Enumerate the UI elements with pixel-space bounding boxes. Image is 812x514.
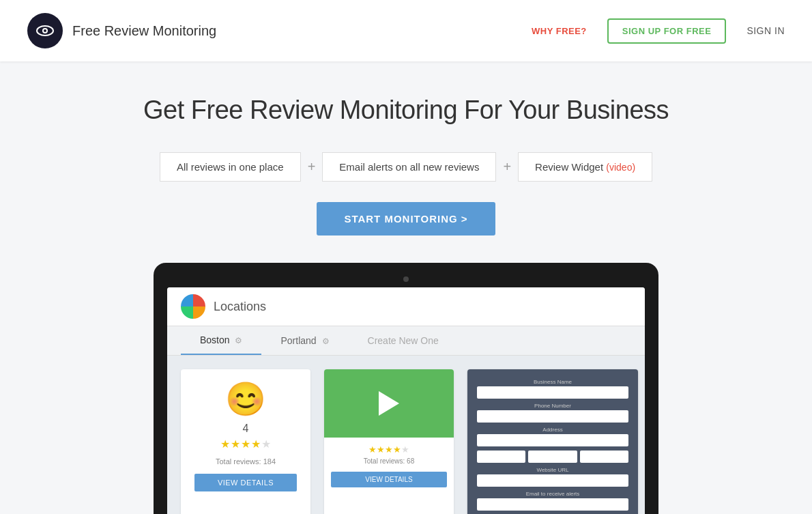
field-website[interactable] [477,474,628,487]
portland-card: ★★★★★ Total reviews: 68 VIEW DETAILS [324,369,454,514]
smiley-face-green: 😊 [225,383,266,416]
field-business-name[interactable] [477,386,628,399]
brand-name: Free Review Monitoring [72,23,216,39]
field-address[interactable] [477,434,628,446]
field-label-business: Business Name [477,379,628,385]
hero-section: Get Free Review Monitoring For Your Busi… [0,61,812,514]
boston-view-details[interactable]: VIEW DETAILS [194,474,297,491]
video-bottom: ★★★★★ Total reviews: 68 VIEW DETAILS [324,438,454,494]
start-monitoring-button[interactable]: START MONITORING > [317,202,495,235]
pill-all-reviews: All reviews in one place [160,152,301,182]
laptop-outer: Locations Boston ⚙ Portland ⚙ Create New… [154,263,658,514]
tab-portland[interactable]: Portland ⚙ [261,327,348,354]
tab-create-new[interactable]: Create New One [349,327,458,354]
gear-icon-boston: ⚙ [235,336,242,345]
hero-title: Get Free Review Monitoring For Your Busi… [14,96,798,125]
create-location-form: Business Name Phone Number Address Websi… [467,369,638,514]
nav-links: WHY FREE? SIGN UP FOR FREE SIGN IN [532,18,785,44]
field-label-website: Website URL [477,467,628,473]
field-label-address: Address [477,427,628,433]
boston-total: Total reviews: 184 [216,457,276,466]
why-free-link[interactable]: WHY FREE? [532,26,587,36]
brand: Free Review Monitoring [27,13,216,48]
navbar: Free Review Monitoring WHY FREE? SIGN UP… [0,0,812,61]
field-label-email: Email to receive alerts [477,491,628,497]
video-thumbnail[interactable] [324,369,454,438]
app-header: Locations [167,287,645,326]
field-state[interactable] [528,451,577,463]
eye-icon [35,21,55,40]
locations-title: Locations [214,300,266,314]
pill-widget-main: Review Widget [535,161,603,173]
app-logo [181,294,205,319]
boston-card: 😊 4 ★★★★★ Total reviews: 184 VIEW DETAIL… [181,369,310,514]
cards-area: 😊 4 ★★★★★ Total reviews: 184 VIEW DETAIL… [167,356,645,514]
separator-1: + [301,159,323,175]
laptop-mockup: Locations Boston ⚙ Portland ⚙ Create New… [14,263,798,514]
field-phone[interactable] [477,410,628,423]
svg-point-2 [44,29,46,32]
pill-email-alerts: Email alerts on all new reviews [322,152,496,182]
app-tabs: Boston ⚙ Portland ⚙ Create New One [167,326,645,356]
tab-boston[interactable]: Boston ⚙ [181,326,261,355]
signup-button[interactable]: SIGN UP FOR FREE [607,18,727,44]
laptop-screen: Locations Boston ⚙ Portland ⚙ Create New… [167,287,645,514]
portland-stars: ★★★★★ [331,444,447,455]
signin-link[interactable]: SIGN IN [746,25,785,36]
gear-icon-portland: ⚙ [322,337,330,346]
city-state-zip-row [477,451,628,463]
field-zip[interactable] [580,451,628,463]
field-city[interactable] [477,451,525,463]
brand-logo [27,13,63,48]
field-label-phone: Phone Number [477,403,628,409]
portland-total: Total reviews: 68 [331,457,447,465]
laptop-camera [403,276,409,282]
feature-pills: All reviews in one place + Email alerts … [14,152,798,182]
field-email[interactable] [477,498,628,511]
play-button-icon[interactable] [379,391,399,416]
separator-2: + [496,159,518,175]
pill-widget-video: (video) [606,162,635,173]
boston-stars: ★★★★★ [220,438,272,451]
boston-score: 4 [243,423,249,435]
app-logo-inner [181,294,205,319]
portland-view-details[interactable]: VIEW DETAILS [331,472,447,487]
pill-widget: Review Widget (video) [518,152,652,182]
